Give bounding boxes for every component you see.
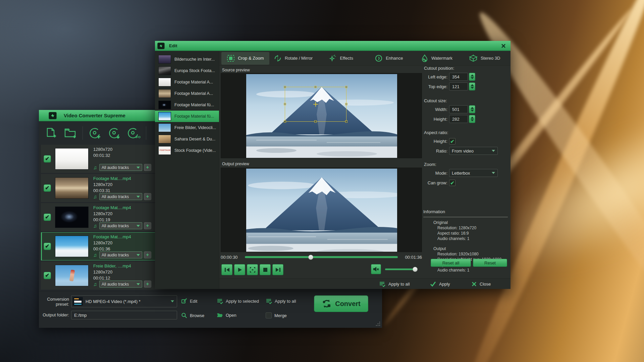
resize-grip[interactable] <box>375 322 380 326</box>
crop-center-crosshair[interactable] <box>313 102 318 107</box>
zoom-mode-dropdown[interactable]: Letterbox <box>449 169 498 177</box>
apply-to-all-button[interactable]: Apply to all <box>379 279 410 289</box>
add-file-button[interactable] <box>44 126 58 140</box>
audio-tracks-dropdown[interactable]: All audio tracks <box>99 251 142 258</box>
file-checkbox[interactable]: ✔ <box>44 272 51 279</box>
crop-handle[interactable] <box>345 103 347 105</box>
load-ifo-button[interactable]: IFO <box>126 126 141 140</box>
source-preview[interactable] <box>221 73 422 158</box>
crop-zoom-icon <box>227 55 235 62</box>
tab-crop-zoom[interactable]: Crop & Zoom <box>221 52 269 65</box>
close-button[interactable]: Close <box>472 279 491 289</box>
apply-button[interactable]: Apply <box>430 279 450 289</box>
tab-watermark[interactable]: Watermark <box>413 52 461 65</box>
reset-button[interactable]: Reset <box>473 259 507 267</box>
tab-enhance[interactable]: Enhance <box>365 52 413 65</box>
ratio-dropdown[interactable]: From video <box>449 147 498 155</box>
dialog-file-item[interactable]: Stock Footage (Vide... <box>155 145 219 156</box>
close-icon[interactable] <box>500 43 506 49</box>
height-input[interactable]: 282 <box>449 115 468 123</box>
width-label: Width: <box>423 107 447 112</box>
dialog-file-item[interactable]: Footage Material fü... <box>155 99 219 111</box>
rip-disc-button[interactable] <box>107 126 122 140</box>
edit-button[interactable]: Edit <box>181 298 197 304</box>
edit-dialog: Edit Bildersuche im Inter... Europa Stoc… <box>155 41 511 289</box>
apply-to-all-button[interactable]: Apply to all <box>266 298 296 304</box>
open-button[interactable]: Open <box>217 312 236 318</box>
file-thumbnail <box>158 135 171 143</box>
apply-to-selected-button[interactable]: Apply to selected <box>217 298 259 304</box>
dialog-file-item[interactable]: Bildersuche im Inter... <box>155 54 219 65</box>
volume-knob[interactable] <box>413 267 418 272</box>
crop-handle[interactable] <box>284 120 286 123</box>
dialog-file-item-selected[interactable]: Footage Material fü... <box>155 111 219 122</box>
reset-all-button[interactable]: Reset all <box>431 259 471 267</box>
add-audio-button[interactable]: + <box>144 251 151 258</box>
crop-handle[interactable] <box>284 103 286 105</box>
dialog-file-item[interactable]: Footage Material A... <box>155 88 219 99</box>
left-edge-stepper[interactable] <box>469 73 475 81</box>
dialog-file-item[interactable]: Sahara Desert & Du... <box>155 133 219 145</box>
left-edge-input[interactable]: 354 <box>449 73 468 81</box>
stop-button[interactable] <box>260 264 271 275</box>
can-grow-checkbox[interactable]: ✔ <box>449 180 455 186</box>
file-checkbox[interactable]: ✔ <box>44 184 51 192</box>
snapshot-frame-button[interactable] <box>247 264 258 275</box>
chevron-down-icon <box>137 283 140 285</box>
tab-rotate-mirror[interactable]: Rotate / Mirror <box>269 52 317 65</box>
tab-effects[interactable]: Effects <box>317 52 365 65</box>
seek-slider[interactable] <box>245 256 398 258</box>
output-folder-input[interactable] <box>71 311 177 319</box>
browse-button[interactable]: Browse <box>181 312 204 318</box>
file-thumbnail <box>158 66 171 75</box>
convert-button[interactable]: Convert <box>314 295 368 312</box>
top-edge-stepper[interactable] <box>469 82 475 90</box>
svg-text:IFO: IFO <box>136 135 141 139</box>
check-icon <box>430 281 436 287</box>
add-audio-button[interactable]: + <box>144 222 151 229</box>
crop-handle[interactable] <box>314 86 317 88</box>
top-edge-input[interactable]: 121 <box>449 82 468 90</box>
conversion-preset-dropdown[interactable]: HD MPEG-4 Video (*.mp4) * <box>71 295 177 307</box>
play-button[interactable] <box>234 264 245 275</box>
file-checkbox[interactable]: ✔ <box>44 155 51 163</box>
file-checkbox[interactable]: ✔ <box>44 214 51 221</box>
previous-frame-button[interactable] <box>221 264 232 275</box>
merge-checkbox[interactable]: Merge <box>266 312 287 318</box>
audio-tracks-dropdown[interactable]: All audio tracks <box>99 222 142 229</box>
audio-tracks-dropdown[interactable]: All audio tracks <box>99 193 142 200</box>
file-thumbnail <box>55 177 89 199</box>
dialog-file-item[interactable]: Europa Stock Foota... <box>155 65 219 76</box>
dialog-file-item[interactable]: Freie Bilder, Videocli... <box>155 122 219 133</box>
main-window-title: Video Converter Supreme <box>64 113 125 118</box>
mute-button[interactable] <box>371 264 381 274</box>
seek-knob[interactable] <box>308 255 313 260</box>
crop-handle[interactable] <box>345 120 347 123</box>
tab-stereo-3d[interactable]: Stereo 3D <box>461 52 508 65</box>
next-frame-button[interactable] <box>272 264 283 275</box>
merge-checkbox-box[interactable] <box>266 312 272 318</box>
dialog-file-list: Bildersuche im Inter... Europa Stock Foo… <box>155 51 219 289</box>
conversion-preset-label: Conversion preset: <box>39 297 69 307</box>
current-time: 00:00:30 <box>221 255 241 260</box>
add-folder-button[interactable] <box>63 126 78 140</box>
add-audio-button[interactable]: + <box>144 164 151 171</box>
dialog-file-item[interactable]: Footage Material A... <box>155 76 219 88</box>
audio-tracks-dropdown[interactable]: All audio tracks <box>99 164 142 171</box>
load-disc-button[interactable] <box>88 126 102 140</box>
total-time: 00:01:36 <box>401 255 422 260</box>
width-stepper[interactable] <box>469 105 475 113</box>
file-checkbox[interactable]: ✔ <box>44 243 51 250</box>
crop-handle[interactable] <box>345 86 347 88</box>
add-audio-button[interactable]: + <box>144 193 151 200</box>
width-input[interactable]: 501 <box>449 105 468 113</box>
file-thumbnail <box>55 236 89 257</box>
crop-handle[interactable] <box>284 86 286 88</box>
volume-slider[interactable] <box>385 268 416 270</box>
audio-tracks-dropdown[interactable]: All audio tracks <box>99 281 142 288</box>
add-audio-button[interactable]: + <box>144 281 151 288</box>
crop-rectangle[interactable] <box>285 87 346 122</box>
aspect-height-checkbox[interactable]: ✔ <box>449 138 455 144</box>
height-stepper[interactable] <box>469 115 475 123</box>
crop-handle[interactable] <box>314 120 317 123</box>
